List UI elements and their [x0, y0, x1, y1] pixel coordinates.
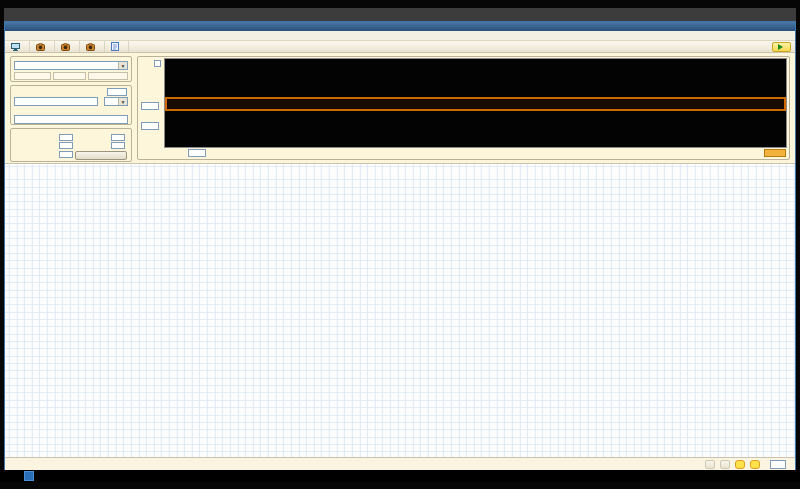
chevron-down-icon: ▼: [118, 98, 127, 105]
colors-button[interactable]: [750, 460, 760, 469]
latency-readout: [88, 72, 128, 80]
filter-field[interactable]: [770, 460, 786, 469]
peaks-button[interactable]: [735, 460, 745, 469]
start-y-field[interactable]: [141, 122, 159, 130]
jpeg-quality-field[interactable]: [107, 88, 127, 96]
resolution-readout: [14, 72, 51, 80]
run-button[interactable]: [772, 42, 791, 52]
app-menubar: [5, 31, 795, 41]
flip-checkbox[interactable]: [154, 60, 161, 67]
sync-group: [10, 128, 132, 162]
write-datafile-button[interactable]: [105, 41, 129, 52]
scan-region-band[interactable]: [165, 97, 786, 111]
save-image-group: ▼: [10, 85, 132, 125]
falling-speed-field[interactable]: [111, 142, 125, 149]
workspace-badge[interactable]: [24, 471, 34, 481]
fps-readout: [53, 72, 86, 80]
end-x-field[interactable]: [764, 149, 786, 157]
title-bar: [5, 22, 795, 31]
camera-preview[interactable]: [164, 58, 787, 148]
chevron-down-icon: ▼: [118, 62, 127, 69]
reset-spectrum-button[interactable]: [75, 151, 127, 160]
video-input-group: ▼: [10, 56, 132, 82]
camera-icon: [61, 43, 70, 51]
monitor-icon: [11, 43, 20, 51]
host-status-bar: [0, 470, 800, 482]
dips-button[interactable]: [720, 460, 730, 469]
spectrum-chart[interactable]: [5, 163, 795, 457]
app-window: ▼ ▼: [4, 21, 796, 470]
camera-icon: [86, 43, 95, 51]
camera-select[interactable]: ▼: [14, 61, 128, 70]
control-panels: ▼ ▼: [5, 53, 795, 163]
play-icon: [778, 44, 783, 50]
bottom-bar: [5, 457, 795, 470]
format-select[interactable]: ▼: [104, 97, 128, 106]
filename-field[interactable]: [14, 97, 98, 106]
datafile-icon: [111, 42, 119, 51]
slot-run-field[interactable]: [59, 134, 73, 141]
camera-icon: [36, 43, 45, 51]
slot-stop-field[interactable]: [59, 142, 73, 149]
start-x-field[interactable]: [188, 149, 206, 157]
rising-speed-field[interactable]: [111, 134, 125, 141]
slot-writefile-field[interactable]: [59, 151, 73, 158]
size-y-field[interactable]: [141, 102, 159, 110]
camera-image-button[interactable]: [55, 41, 80, 52]
input-group: [137, 56, 790, 160]
video-controls-button[interactable]: [5, 41, 30, 52]
host-menubar: [4, 8, 796, 21]
path-field[interactable]: [14, 115, 128, 124]
reference-button[interactable]: [705, 460, 715, 469]
spectrum-image-button[interactable]: [30, 41, 55, 52]
total-image-button[interactable]: [80, 41, 105, 52]
toolbar: [5, 41, 795, 53]
bottom-controls: [705, 459, 791, 470]
